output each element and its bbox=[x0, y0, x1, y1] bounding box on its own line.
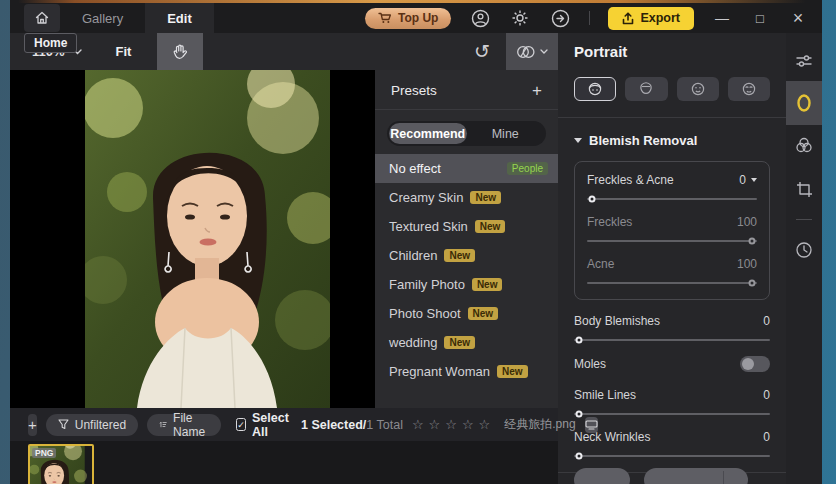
tab-makeup[interactable] bbox=[728, 77, 770, 101]
slider-track[interactable] bbox=[574, 413, 770, 415]
star-icon[interactable]: ☆ bbox=[479, 417, 496, 432]
chevron-down-icon bbox=[540, 49, 548, 54]
tab-face-shape[interactable] bbox=[625, 77, 667, 101]
sort-label: File Name bbox=[173, 411, 209, 439]
slider-value: 100 bbox=[737, 215, 757, 229]
export-label: Export bbox=[640, 11, 680, 25]
panel-secondary-button[interactable] bbox=[574, 468, 630, 484]
total-count: 1 Total bbox=[366, 418, 403, 432]
slider-knob[interactable] bbox=[576, 453, 583, 460]
portrait-icon bbox=[796, 93, 812, 113]
slider-track[interactable] bbox=[574, 455, 770, 457]
gear-icon bbox=[511, 9, 529, 27]
reset-button[interactable]: ↺ bbox=[474, 42, 490, 61]
slider-neck-wrinkles: Neck Wrinkles0 bbox=[574, 430, 770, 457]
star-icon[interactable]: ☆ bbox=[429, 417, 446, 432]
slider-knob[interactable] bbox=[749, 280, 756, 287]
tab-edit[interactable]: Edit bbox=[145, 3, 214, 33]
tab-gallery[interactable]: Gallery bbox=[60, 3, 145, 33]
preset-item-wedding[interactable]: weddingNew bbox=[375, 328, 558, 357]
compare-button[interactable] bbox=[506, 33, 558, 70]
preset-item-pregnant-woman[interactable]: Pregnant WomanNew bbox=[375, 357, 558, 386]
blemish-removal-section-header[interactable]: Blemish Removal bbox=[574, 133, 770, 148]
star-icon[interactable]: ☆ bbox=[412, 417, 429, 432]
slider-knob[interactable] bbox=[576, 337, 583, 344]
tab-recommend[interactable]: Recommend bbox=[389, 123, 467, 144]
app-window: Gallery Edit Top Up Export — □ × bbox=[10, 0, 822, 484]
presets-title: Presets bbox=[391, 83, 437, 98]
face-shape-icon bbox=[637, 82, 655, 96]
add-image-button[interactable]: + bbox=[28, 414, 37, 436]
preset-item-photo-shoot[interactable]: Photo ShootNew bbox=[375, 299, 558, 328]
forward-icon bbox=[551, 9, 570, 28]
preset-item-textured-skin[interactable]: Textured SkinNew bbox=[375, 212, 558, 241]
tab-face-features[interactable] bbox=[677, 77, 719, 101]
portrait-tool[interactable] bbox=[786, 81, 822, 125]
top-up-button[interactable]: Top Up bbox=[365, 8, 451, 29]
filter-label: Unfiltered bbox=[75, 418, 126, 432]
slider-track[interactable] bbox=[587, 198, 757, 200]
history-tool[interactable] bbox=[786, 230, 822, 270]
image-thumbnail[interactable]: PNG bbox=[28, 444, 94, 484]
slider-track[interactable] bbox=[574, 339, 770, 341]
format-badge: PNG bbox=[32, 448, 56, 458]
preset-item-children[interactable]: ChildrenNew bbox=[375, 241, 558, 270]
select-all-checkbox[interactable]: ✓ bbox=[236, 418, 246, 431]
minimize-button[interactable]: — bbox=[712, 10, 732, 26]
preset-item-creamy-skin[interactable]: Creamy SkinNew bbox=[375, 183, 558, 212]
slider-knob[interactable] bbox=[576, 411, 583, 418]
slider-knob[interactable] bbox=[589, 196, 596, 203]
adjustments-tool[interactable] bbox=[786, 41, 822, 81]
export-button[interactable]: Export bbox=[608, 7, 694, 30]
settings-button[interactable] bbox=[509, 7, 531, 29]
presets-panel: Presets + Recommend Mine No effectPeople… bbox=[375, 70, 558, 408]
selection-count: 1 Selected/1 Total bbox=[301, 418, 403, 432]
view-toolbar: 110% Fit ↺ bbox=[10, 33, 558, 70]
feedback-button[interactable] bbox=[549, 7, 571, 29]
fit-button[interactable]: Fit bbox=[116, 44, 132, 59]
rail-divider bbox=[796, 219, 812, 220]
home-button[interactable] bbox=[24, 4, 60, 32]
people-badge: People bbox=[507, 162, 548, 175]
panel-primary-split-button[interactable] bbox=[644, 468, 748, 484]
slider-acne: Acne100 bbox=[587, 257, 757, 284]
preset-item-family-photo[interactable]: Family PhotoNew bbox=[375, 270, 558, 299]
slider-track[interactable] bbox=[587, 282, 757, 284]
chevron-down-icon[interactable] bbox=[751, 178, 757, 182]
presets-header: Presets + bbox=[375, 70, 558, 110]
maximize-button[interactable]: □ bbox=[750, 11, 770, 26]
account-button[interactable] bbox=[469, 7, 491, 29]
titlebar-separator bbox=[589, 11, 590, 25]
close-button[interactable]: × bbox=[788, 8, 808, 29]
slider-body-blemishes: Body Blemishes0 bbox=[574, 314, 770, 341]
preset-item-no-effect[interactable]: No effectPeople bbox=[375, 154, 558, 183]
star-icon[interactable]: ☆ bbox=[445, 417, 462, 432]
toggle-moles[interactable] bbox=[740, 356, 770, 372]
current-file-name: 经典旅拍.png bbox=[504, 416, 575, 433]
tab-portrait-skin[interactable] bbox=[574, 77, 616, 101]
color-tool[interactable] bbox=[786, 125, 822, 165]
slider-knob[interactable] bbox=[749, 238, 756, 245]
add-preset-button[interactable]: + bbox=[532, 82, 542, 99]
sort-button[interactable]: File Name bbox=[147, 414, 221, 436]
tab-mine[interactable]: Mine bbox=[467, 123, 545, 144]
slider-value: 0 bbox=[763, 388, 770, 402]
hand-tool-button[interactable] bbox=[157, 33, 203, 70]
select-all-control[interactable]: ✓ Select All bbox=[236, 411, 292, 439]
star-rating[interactable]: ☆☆☆☆☆ bbox=[412, 417, 495, 432]
toolbar-right: ↺ bbox=[474, 33, 558, 70]
display-mode-button[interactable] bbox=[585, 417, 598, 433]
new-badge: New bbox=[444, 336, 475, 349]
panel-action-buttons bbox=[574, 468, 748, 484]
home-icon bbox=[34, 10, 50, 26]
new-badge: New bbox=[468, 307, 499, 320]
new-badge: New bbox=[472, 278, 503, 291]
portrait-panel-title: Portrait bbox=[574, 43, 770, 60]
slider-track[interactable] bbox=[587, 240, 757, 242]
crop-tool[interactable] bbox=[786, 169, 822, 209]
slider-value: 100 bbox=[737, 257, 757, 271]
film-strip: PNG bbox=[10, 441, 558, 484]
filter-button[interactable]: Unfiltered bbox=[46, 414, 138, 436]
star-icon[interactable]: ☆ bbox=[462, 417, 479, 432]
image-canvas[interactable] bbox=[10, 70, 375, 408]
